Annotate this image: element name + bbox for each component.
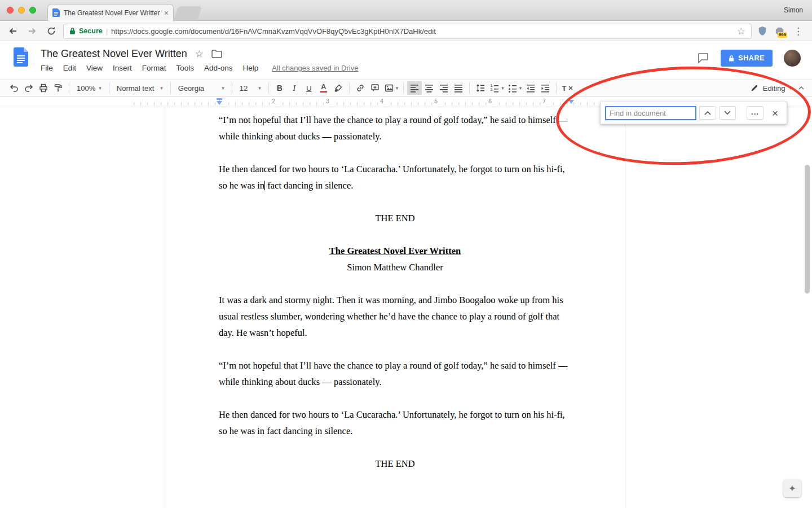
- underline-icon: U: [306, 84, 312, 93]
- menu-insert[interactable]: Insert: [113, 64, 132, 72]
- browser-menu-button[interactable]: ⋮: [790, 25, 806, 37]
- first-line-indent-marker[interactable]: [217, 98, 222, 100]
- browser-navbar: Secure | https://docs.google.com/documen…: [0, 21, 812, 41]
- font-select[interactable]: Georgia ▾: [174, 81, 228, 95]
- forward-arrow-icon: [27, 26, 37, 36]
- align-center-button[interactable]: [422, 81, 436, 95]
- find-next-button[interactable]: [719, 106, 736, 120]
- author-line[interactable]: Simon Matthew Chandler: [219, 259, 571, 275]
- story-title[interactable]: The Greatest Novel Ever Written: [219, 243, 571, 259]
- print-button[interactable]: [36, 81, 51, 95]
- menu-addons[interactable]: Add-ons: [204, 64, 232, 72]
- bold-icon: B: [277, 84, 283, 93]
- browser-tab[interactable]: The Greatest Novel Ever Written ×: [47, 4, 174, 21]
- highlight-button[interactable]: [331, 81, 346, 95]
- docs-favicon-icon: [52, 8, 60, 17]
- chevron-down-icon: ▾: [519, 85, 522, 91]
- right-indent-marker[interactable]: [568, 100, 574, 107]
- paint-format-button[interactable]: [51, 81, 65, 95]
- comments-button[interactable]: [697, 52, 709, 64]
- user-avatar[interactable]: [784, 50, 801, 67]
- insert-link-button[interactable]: [353, 81, 368, 95]
- inactive-tab-stub[interactable]: [174, 6, 202, 21]
- clear-formatting-button[interactable]: T: [560, 81, 575, 95]
- vertical-scrollbar[interactable]: [805, 165, 810, 294]
- bold-button[interactable]: B: [272, 81, 287, 95]
- find-input[interactable]: [605, 106, 696, 120]
- shield-icon: [758, 26, 767, 36]
- toolbar-overflow-button[interactable]: [797, 84, 805, 92]
- find-close-icon[interactable]: ×: [772, 108, 778, 119]
- window-minimize-button[interactable]: [18, 7, 25, 14]
- zoom-value: 100%: [77, 84, 95, 93]
- italic-button[interactable]: I: [287, 81, 302, 95]
- numbered-list-button[interactable]: 1.2. ▾: [488, 81, 506, 95]
- mode-label: Editing: [763, 84, 785, 93]
- menu-view[interactable]: View: [86, 64, 103, 72]
- chevron-up-icon: [704, 110, 712, 116]
- bulleted-list-icon: [508, 83, 518, 93]
- url-text[interactable]: https://docs.google.com/document/d/16FnA…: [111, 27, 734, 36]
- document-title[interactable]: The Greatest Novel Ever Written: [41, 48, 187, 60]
- align-right-icon: [439, 83, 449, 93]
- bookmark-star-icon[interactable]: ☆: [737, 25, 745, 37]
- back-button[interactable]: [6, 24, 20, 38]
- align-right-button[interactable]: [436, 81, 451, 95]
- insert-comment-button[interactable]: [368, 81, 382, 95]
- star-document-icon[interactable]: ☆: [195, 48, 204, 60]
- chevron-down-icon: ▾: [222, 85, 224, 91]
- menu-edit[interactable]: Edit: [63, 64, 76, 72]
- paragraph[interactable]: It was a dark and stormy night. Then it …: [219, 292, 571, 341]
- menu-tools[interactable]: Tools: [176, 64, 195, 72]
- document-page[interactable]: “I’m not hopeful that I’ll have the chan…: [165, 107, 625, 508]
- move-folder-icon[interactable]: [211, 50, 222, 58]
- window-close-button[interactable]: [7, 7, 14, 14]
- paragraph[interactable]: “I’m not hopeful that I’ll have the chan…: [219, 357, 571, 390]
- font-size-select[interactable]: 12 ▾: [236, 81, 265, 95]
- mode-select[interactable]: Editing ▾: [750, 84, 792, 93]
- explore-button[interactable]: [783, 479, 801, 497]
- increase-indent-button[interactable]: [538, 81, 553, 95]
- redo-button[interactable]: [21, 81, 36, 95]
- extension-adblock-button[interactable]: 999: [773, 24, 785, 38]
- decrease-indent-button[interactable]: [523, 81, 538, 95]
- line-spacing-button[interactable]: [473, 81, 488, 95]
- share-button[interactable]: SHARE: [721, 50, 773, 67]
- underline-button[interactable]: U: [302, 81, 316, 95]
- chevron-down-icon: ▾: [160, 85, 163, 91]
- menu-bar: File Edit View Insert Format Tools Add-o…: [41, 64, 358, 72]
- docs-header: The Greatest Novel Ever Written ☆ File E…: [0, 41, 812, 79]
- paragraph[interactable]: He then danced for two hours to ‘La Cuca…: [219, 406, 571, 439]
- paragraph-style-select[interactable]: Normal text ▾: [113, 81, 167, 95]
- extension-shield-button[interactable]: [756, 24, 769, 38]
- paragraph[interactable]: “I’m not hopeful that I’ll have the chan…: [219, 112, 571, 144]
- paragraph[interactable]: He then danced for two hours to ‘La Cuca…: [219, 161, 571, 194]
- justify-button[interactable]: [451, 81, 466, 95]
- undo-button[interactable]: [7, 81, 21, 95]
- menu-help[interactable]: Help: [242, 64, 258, 72]
- tab-close-icon[interactable]: ×: [164, 9, 169, 17]
- bulleted-list-button[interactable]: ▾: [506, 81, 524, 95]
- menu-format[interactable]: Format: [142, 64, 166, 72]
- paragraph-text: fact dancing in silence.: [265, 180, 353, 191]
- align-left-button[interactable]: [407, 81, 422, 95]
- menu-file[interactable]: File: [41, 64, 53, 72]
- document-area: “I’m not hopeful that I’ll have the chan…: [0, 107, 812, 508]
- find-more-options-button[interactable]: ...: [747, 106, 764, 120]
- the-end-line[interactable]: THE END: [219, 210, 571, 226]
- zoom-select[interactable]: 100% ▾: [73, 81, 105, 95]
- find-previous-button[interactable]: [699, 106, 716, 120]
- secure-label: Secure: [79, 27, 103, 35]
- window-zoom-button[interactable]: [29, 7, 36, 14]
- mac-titlebar: The Greatest Novel Ever Written × Simon: [0, 0, 812, 21]
- insert-image-button[interactable]: ▾: [382, 81, 400, 95]
- refresh-button[interactable]: [44, 24, 59, 38]
- secure-lock-icon: [69, 27, 76, 35]
- saved-status-link[interactable]: All changes saved in Drive: [272, 64, 358, 72]
- the-end-line[interactable]: THE END: [219, 456, 571, 472]
- text-color-button[interactable]: A: [316, 81, 331, 95]
- forward-button[interactable]: [25, 24, 39, 38]
- ruler-number: 3: [324, 98, 331, 104]
- docs-logo-icon[interactable]: [14, 47, 28, 69]
- address-bar[interactable]: Secure | https://docs.google.com/documen…: [63, 24, 752, 39]
